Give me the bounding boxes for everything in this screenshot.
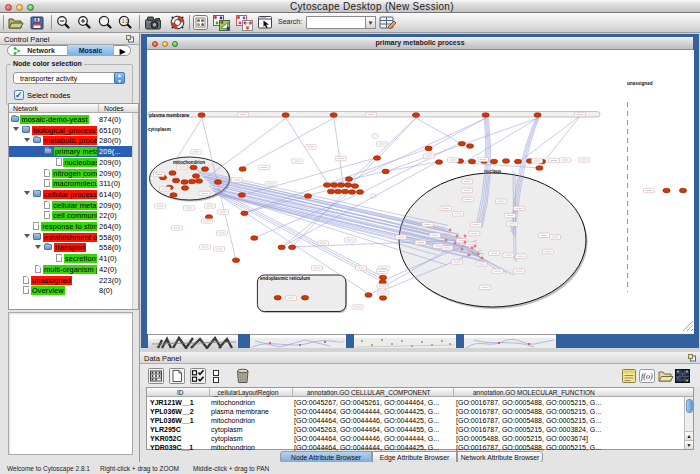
svg-text:endoplasmic reticulum: endoplasmic reticulum: [260, 276, 310, 281]
svg-text:1:1: 1:1: [122, 19, 129, 24]
svg-text:mitochondrion: mitochondrion: [173, 160, 205, 165]
svg-text:f(o): f(o): [641, 372, 653, 381]
svg-text:plasma membrane: plasma membrane: [149, 113, 190, 118]
svg-text:cytoplasm: cytoplasm: [148, 127, 171, 132]
svg-text:nucleus: nucleus: [484, 169, 502, 174]
svg-text:unassigned: unassigned: [627, 81, 653, 86]
